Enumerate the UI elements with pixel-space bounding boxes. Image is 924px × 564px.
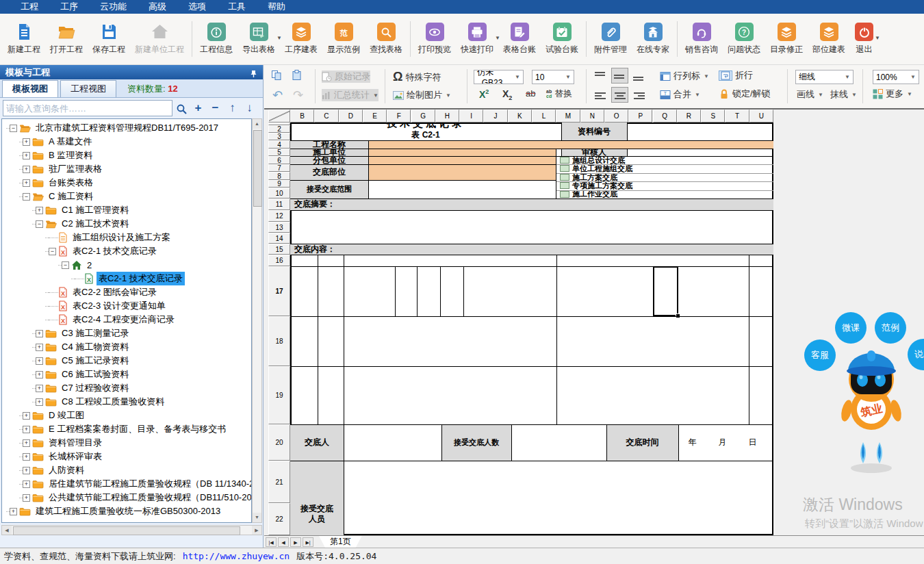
expand-all-icon[interactable]: + (190, 101, 207, 115)
row-header-12[interactable]: 12 (268, 210, 290, 222)
menu-item-1[interactable]: 工程 (10, 0, 49, 14)
column-header-O[interactable]: O (604, 110, 628, 123)
row-header-18[interactable]: 18 (268, 316, 290, 366)
expand-icon[interactable]: + (23, 166, 30, 173)
find-prev-icon[interactable]: ↑ (224, 101, 241, 115)
tree-item-label[interactable]: C2 施工技术资料 (60, 217, 131, 231)
column-header-F[interactable]: F (387, 110, 411, 123)
expand-icon[interactable]: + (23, 439, 30, 447)
doc-pencil-button[interactable]: 表格台账 (498, 17, 541, 61)
tree-item[interactable]: +资料管理目录 (2, 436, 251, 450)
expand-icon[interactable]: + (23, 467, 30, 474)
row-header-4[interactable]: 4 (268, 140, 290, 149)
headset-button[interactable]: 销售咨询 (680, 17, 723, 61)
lock-unlock-button[interactable]: 锁定/解锁 (719, 88, 771, 100)
expand-icon[interactable]: + (23, 412, 30, 420)
doc-new-button[interactable]: 新建工程 (3, 17, 45, 61)
row-header-15[interactable]: 15 (268, 244, 290, 255)
tree-item[interactable]: X表C2-3 设计变更通知单 (2, 299, 251, 313)
sheet-tab[interactable]: 第1页 (319, 536, 362, 548)
wrap-button[interactable]: 折行 (719, 69, 753, 81)
tree-horizontal-scrollbar[interactable]: ◀ ▶ (1, 525, 262, 535)
align-center-button[interactable] (611, 87, 628, 103)
scroll-thumb[interactable] (13, 526, 240, 535)
cell-accept-scope-input[interactable] (368, 180, 556, 198)
column-header-R[interactable]: R (677, 110, 701, 123)
checkbox-icon[interactable] (560, 191, 569, 198)
tree-item-label[interactable]: 台账类表格 (47, 176, 95, 190)
row-header-10[interactable]: 10 (268, 188, 290, 198)
power-button[interactable]: 退出▼ (850, 17, 878, 61)
menu-item-3[interactable]: 云功能 (89, 0, 138, 14)
checkbox-icon[interactable] (560, 174, 569, 181)
tree-item-label[interactable]: 施工组织设计及施工方案 (70, 231, 172, 244)
folder-big-button[interactable]: 打开工程 (45, 17, 88, 61)
tree-item[interactable]: +驻厂监理表格 (2, 162, 251, 176)
zhuye-link[interactable]: http://www.zhuyew.cn (183, 551, 290, 561)
tree-item[interactable]: +居住建筑节能工程施工质量验收规程（DB 11/1340-2016） (2, 477, 251, 491)
expand-icon[interactable]: + (36, 207, 43, 214)
collapse-icon[interactable]: − (62, 261, 69, 269)
align-top-button[interactable] (592, 68, 609, 84)
align-right-button[interactable] (630, 87, 647, 103)
erase-line-button[interactable]: 抹线▼ (830, 88, 857, 101)
cell-project-name-input[interactable] (368, 140, 773, 149)
column-header-Q[interactable]: Q (653, 110, 677, 123)
row-header-16[interactable]: 16 (268, 255, 290, 266)
expand-icon[interactable]: + (23, 152, 30, 159)
column-header-J[interactable]: J (483, 110, 507, 123)
tree-item[interactable]: 施工组织设计及施工方案 (2, 231, 251, 244)
row-header-19[interactable]: 19 (268, 366, 290, 424)
tree-item[interactable]: +公共建筑节能工程施工质量验收规程（DB11/510-2017） (2, 491, 251, 504)
expand-icon[interactable]: + (36, 371, 43, 379)
eye-button[interactable]: 打印预览 (413, 17, 456, 61)
tree-item[interactable]: +B 监理资料 (2, 149, 251, 162)
paste-button[interactable] (292, 70, 303, 81)
checkbox-icon[interactable] (560, 165, 569, 172)
column-header-E[interactable]: E (363, 110, 387, 123)
cell-accept-people-input[interactable] (344, 461, 773, 535)
last-sheet-icon[interactable]: ▶| (303, 537, 313, 547)
row-header-11[interactable]: 11 (268, 198, 290, 210)
column-header-P[interactable]: P (628, 110, 652, 123)
expand-icon[interactable]: + (23, 494, 30, 502)
tree-item-label[interactable]: 表C2-3 设计变更通知单 (70, 299, 168, 313)
tree-item[interactable]: X表C2-1 技术交底记录 (2, 272, 251, 285)
superscript-button[interactable]: X2 (479, 88, 489, 100)
tree-item[interactable]: +人防资料 (2, 463, 251, 477)
float-button-3[interactable]: 客服 (804, 339, 836, 371)
collapse-all-icon[interactable]: − (207, 101, 224, 115)
tree-item[interactable]: +建筑工程施工质量验收统一标准GB50300-2013 (2, 504, 251, 518)
tree-item-label[interactable]: E 工程档案案卷封面、目录、备考表与移交书 (47, 422, 228, 436)
tree-item-label[interactable]: B 监理资料 (47, 149, 94, 162)
search-button[interactable]: 查找表格 (365, 17, 407, 61)
select-all-corner[interactable] (268, 110, 290, 123)
paperclip-button[interactable]: 附件管理 (589, 17, 632, 61)
align-middle-button[interactable] (611, 68, 628, 84)
column-header-H[interactable]: H (435, 110, 459, 123)
align-left-button[interactable] (592, 87, 609, 103)
subscript-button[interactable]: X2 (502, 88, 512, 101)
cell-subcontract-unit-input[interactable] (368, 156, 556, 164)
fan-button[interactable]: 范显示范例 (322, 17, 365, 61)
merge-button[interactable]: T 合并▼ (660, 88, 700, 101)
tree-item-label[interactable]: 长城杯评审表 (47, 450, 104, 463)
row-header-5[interactable]: 5 (268, 149, 290, 156)
menu-item-5[interactable]: 选项 (177, 0, 217, 14)
home-big-button[interactable]: 新建单位工程 (130, 17, 189, 61)
expand-icon[interactable]: + (23, 179, 30, 187)
more-button[interactable]: 更多▼ (873, 88, 912, 100)
undo-button[interactable]: ↶ (272, 88, 283, 103)
tree-item[interactable]: X表C2-2 图纸会审记录 (2, 285, 251, 299)
tree-vertical-scrollbar[interactable]: ▲ ▼ (252, 118, 262, 523)
checkbox-icon[interactable] (560, 182, 569, 189)
tree-item-label[interactable]: 人防资料 (47, 463, 86, 477)
tree-item-label[interactable]: 建筑工程施工质量验收统一标准GB50300-2013 (34, 504, 222, 518)
next-sheet-icon[interactable]: ▶ (290, 537, 301, 547)
column-header-T[interactable]: T (725, 110, 749, 123)
tree-item-label[interactable]: 表C2-1 技术交底记录 (70, 244, 159, 258)
row-header-13[interactable]: 13 (268, 222, 290, 233)
tree-item-label[interactable]: C3 施工测量记录 (60, 326, 131, 340)
tree-item-label[interactable]: A 基建文件 (47, 135, 94, 149)
zoom-select[interactable]: 100%▼ (873, 70, 919, 84)
